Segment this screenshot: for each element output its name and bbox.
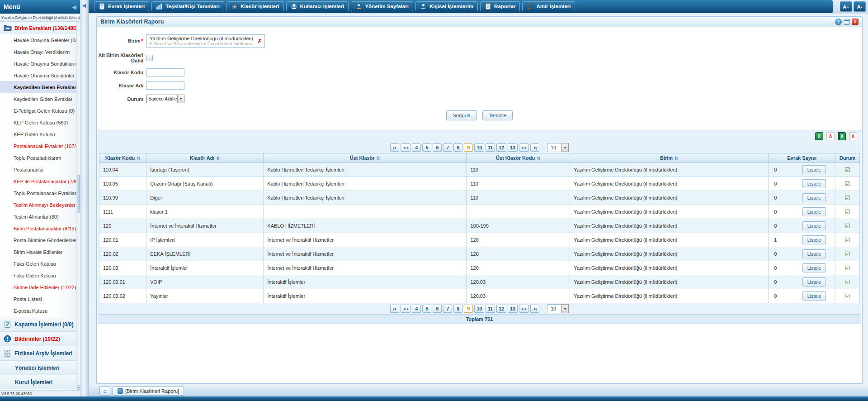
sidebar-root-birim-evraklari[interactable]: Birim Evrakları (138/1485): [0, 22, 80, 34]
sidebar-scrollbar[interactable]: ▾: [76, 22, 80, 390]
pager-page-button[interactable]: 9: [464, 305, 473, 313]
listele-button[interactable]: Listele: [802, 235, 826, 244]
sidebar-item[interactable]: KEP Gelen Kutusu (560): [0, 117, 80, 129]
listele-button[interactable]: Listele: [802, 249, 826, 258]
pager-page-button[interactable]: 12: [496, 143, 506, 152]
pager-first-button[interactable]: |◄: [390, 143, 399, 152]
sidebar-item[interactable]: Birim Havale Edilenler: [0, 246, 80, 258]
toolbar-tab[interactable]: Teşkilat/Kişi Tanımları: [151, 1, 224, 11]
sidebar-item[interactable]: Postalanacak Evraklar (107/402): [0, 140, 80, 152]
toolbar-tab[interactable]: Klasör İşlemleri: [226, 1, 284, 11]
column-header[interactable]: Klasör Kodu⇅: [99, 153, 146, 163]
pager-page-button[interactable]: 11: [486, 143, 495, 152]
alt-birim-checkbox[interactable]: [146, 55, 153, 61]
sorgula-button[interactable]: Sorgula: [446, 110, 477, 120]
sidebar-item[interactable]: Havale Onayına Sunulanlar: [0, 70, 80, 81]
sidebar-splitter[interactable]: ◀: [81, 0, 89, 396]
column-header[interactable]: Birim⇅: [570, 153, 769, 163]
listele-button[interactable]: Listele: [802, 193, 826, 202]
export-excel-icon[interactable]: X: [815, 132, 823, 140]
pager-last-button[interactable]: ►|: [530, 305, 539, 313]
sidebar-item[interactable]: Posta Listesi: [0, 293, 80, 305]
pager-page-button[interactable]: 8: [453, 305, 462, 313]
sidebar-item[interactable]: Kaydedilen Giden Evraklar: [0, 93, 80, 105]
font-increase-button[interactable]: A+: [840, 1, 852, 12]
sidebar-item[interactable]: Faks Giden Kutusu: [0, 270, 80, 282]
sidebar-section[interactable]: Bildirimler (19/22): [0, 331, 80, 346]
export-pdf-icon[interactable]: A: [826, 132, 835, 140]
sidebar-item[interactable]: Toplu Postalanacak Evraklar: [0, 187, 80, 199]
pager-prev-button[interactable]: ◄◄: [401, 305, 411, 313]
export-excel-all-icon[interactable]: X: [838, 132, 846, 140]
pager-page-button[interactable]: 12: [496, 305, 506, 313]
birim-field[interactable]: Yazılım Geliştirme Direktörlüğü (il müdü…: [146, 34, 265, 48]
toolbar-tab[interactable]: Raporlar: [480, 1, 520, 11]
pager-next-button[interactable]: ►►: [519, 143, 529, 152]
pager-page-button[interactable]: 6: [433, 305, 442, 313]
toolbar-tab[interactable]: Amir İşlemleri: [522, 1, 575, 11]
pager-page-button[interactable]: 13: [508, 305, 518, 313]
listele-button[interactable]: Listele: [802, 221, 826, 230]
sidebar-item[interactable]: Havale Onayına Gelenler (0/0): [0, 34, 80, 46]
sidebar-item[interactable]: Posta Birimine Gönderilenler: [0, 234, 80, 246]
listele-button[interactable]: Listele: [802, 207, 826, 216]
listele-button[interactable]: Listele: [802, 179, 826, 188]
pager-page-button[interactable]: 9: [464, 143, 473, 152]
sidebar-scrollbar-thumb[interactable]: [77, 175, 80, 213]
listele-button[interactable]: Listele: [802, 291, 826, 301]
pager-next-button[interactable]: ►►: [519, 305, 529, 313]
sort-icon[interactable]: ⇅: [675, 156, 678, 161]
pager-page-button[interactable]: 5: [422, 143, 431, 152]
taskbar-tab-birim-klasorleri[interactable]: [Birim Klasörleri Raporu]: [113, 387, 184, 396]
close-icon[interactable]: ✗: [852, 19, 859, 25]
sort-icon[interactable]: ⇅: [537, 156, 540, 161]
sidebar-item[interactable]: E-posta Kutusu: [0, 305, 80, 317]
klasor-kodu-input[interactable]: [146, 68, 184, 76]
pager-page-button[interactable]: 7: [443, 305, 452, 313]
pager-page-button[interactable]: 8: [453, 143, 462, 152]
sidebar-item[interactable]: Teslim Alınanlar (30): [0, 211, 80, 223]
sidebar-section[interactable]: Kurul İşlemleri: [0, 375, 80, 389]
collapse-sidebar-icon[interactable]: ◀: [82, 2, 86, 9]
sort-icon[interactable]: ⇅: [137, 156, 140, 161]
pager-prev-button[interactable]: ◄◄: [401, 143, 411, 152]
pager-page-button[interactable]: 13: [508, 143, 518, 152]
listele-button[interactable]: Listele: [802, 165, 826, 174]
help-icon[interactable]: ?: [835, 19, 842, 25]
sidebar-item[interactable]: Faks Gelen Kutusu: [0, 258, 80, 270]
toolbar-tab[interactable]: Kişisel İşlemlerim: [415, 1, 478, 11]
durum-select[interactable]: Sadece Aktifler ▾: [146, 95, 184, 103]
toolbar-tab[interactable]: Yönetim Sayfaları: [351, 1, 413, 11]
sidebar-section[interactable]: Kapatma İşlemleri (0/0): [0, 317, 80, 331]
sidebar-item[interactable]: Birime İade Edilenler (11/22): [0, 282, 80, 293]
pager-page-button[interactable]: 5: [422, 305, 431, 313]
pager-page-button[interactable]: 4: [412, 143, 421, 152]
sidebar-item[interactable]: Toplu Postaladıklarım: [0, 152, 80, 164]
sidebar-item[interactable]: Teslim Alınmayı Bekleyenler (5/13): [0, 199, 80, 211]
sidebar-item[interactable]: KEP Giden Kutusu: [0, 129, 80, 140]
sidebar-item[interactable]: E-Tebligat Gelen Kutusu (0): [0, 105, 80, 117]
sidebar-item[interactable]: Havale Onayına Sunduklarım: [0, 58, 80, 70]
sidebar-item[interactable]: Postalananlar: [0, 164, 80, 176]
sidebar-section[interactable]: Yönetici İşlemleri: [0, 360, 80, 375]
toolbar-tab[interactable]: Evrak İşlemleri: [94, 1, 149, 11]
pager-page-button[interactable]: 6: [433, 143, 442, 152]
listele-button[interactable]: Listele: [802, 263, 826, 272]
column-header[interactable]: Klasör Adı⇅: [146, 153, 264, 163]
window-icon[interactable]: [844, 19, 850, 25]
column-header[interactable]: Üst Klasör Kodu⇅: [467, 153, 570, 163]
klasor-adi-input[interactable]: [146, 81, 184, 90]
pager-page-button[interactable]: 10: [474, 143, 484, 152]
sort-icon[interactable]: ⇅: [216, 156, 220, 161]
pager-page-button[interactable]: 4: [412, 305, 421, 313]
scroll-down-icon[interactable]: ▾: [77, 385, 80, 390]
clear-birim-icon[interactable]: ✗: [257, 38, 262, 44]
pager-page-button[interactable]: 11: [486, 305, 495, 313]
home-icon[interactable]: ⌂: [99, 387, 110, 396]
sidebar-item[interactable]: Kaydedilen Gelen Evraklar (340): [0, 81, 80, 93]
pager-first-button[interactable]: |◄: [390, 305, 399, 313]
toolbar-tab[interactable]: Kullanıcı İşlemleri: [286, 1, 349, 11]
page-size-select[interactable]: 10▾: [547, 304, 569, 313]
sidebar-item[interactable]: Havale Onayı Verdiklerim: [0, 46, 80, 58]
temizle-button[interactable]: Temizle: [482, 110, 513, 120]
